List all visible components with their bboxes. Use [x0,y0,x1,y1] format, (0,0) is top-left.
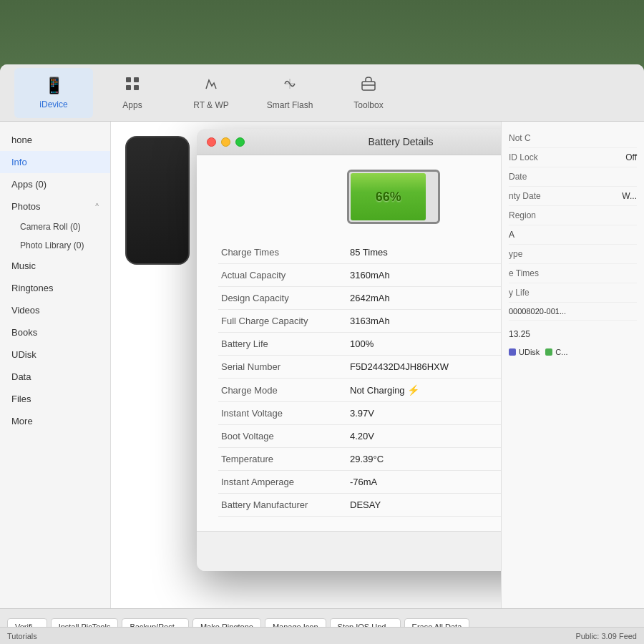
tab-toolbox-label: Toolbox [353,100,383,110]
toolbox-icon [361,76,376,96]
right-panel-row: nty Date W... [509,187,637,206]
sidebar-item-videos[interactable]: Videos [0,299,110,321]
sidebar-item-more[interactable]: More [0,410,110,432]
tab-idevice[interactable]: 📱 iDevice [14,68,93,118]
sidebar-item-info[interactable]: Info [0,151,110,173]
right-panel-row: ype [509,245,637,264]
sidebar-item-photos[interactable]: Photos ^ [0,195,110,218]
svg-rect-3 [134,85,139,90]
legend-udisk: UDisk [509,348,540,356]
photos-chevron: ^ [95,203,99,210]
table-row: Actual Capacity 3160mAh [218,264,501,287]
dialog-maximize-button[interactable] [235,137,245,147]
tab-smartflash-label: Smart Flash [267,100,313,110]
tab-toolbox[interactable]: Toolbox [329,68,408,118]
right-panel-row: Date [509,167,637,187]
content-area: hone Info Apps (0) Photos ^ Camera Roll … [0,122,644,608]
sidebar-item-photo-library[interactable]: Photo Library (0) [0,236,110,255]
charge-icon: ⚡ [407,384,419,396]
idevice-icon: 📱 [44,77,64,95]
dialog-footer: OK [197,531,501,571]
storage-value: 13.25 [509,329,637,339]
svg-rect-4 [362,82,375,90]
svg-rect-2 [126,85,131,90]
sidebar-item-books[interactable]: Books [0,321,110,343]
sidebar: hone Info Apps (0) Photos ^ Camera Roll … [0,122,111,608]
sidebar-item-camera-roll[interactable]: Camera Roll (0) [0,218,110,236]
dialog-body: 66% Charge Times 85 Ti [197,155,501,531]
dialog-controls [207,137,245,147]
svg-rect-1 [134,77,139,82]
battery-graphic: 66% [347,170,454,227]
tab-apps-label: Apps [122,100,142,110]
right-panel-row: Not C [509,129,637,148]
tab-idevice-label: iDevice [39,99,67,109]
svg-rect-0 [126,77,131,82]
table-row: Battery Manufacturer DESAY [218,494,501,517]
table-row: Instant Voltage 3.97V [218,402,501,425]
table-row: Boot Voltage 4.20V [218,425,501,448]
legend-c: C... [545,348,567,356]
table-row: Charge Mode Not Charging ⚡ [218,379,501,402]
tab-rtwp-label: RT & WP [193,100,229,110]
right-panel: Not C ID Lock Off Date nty Date W... Reg… [501,122,644,608]
status-left: Tutorials [7,632,37,640]
right-panel-row: y Life [509,283,637,303]
sidebar-item-ringtones[interactable]: Ringtones [0,277,110,299]
right-panel-row: Region [509,206,637,225]
status-right: Public: 3.09 Feed [575,632,637,640]
storage-legend: UDisk C... [509,342,637,356]
table-row: Serial Number F5D24432D4JH86HXW [218,356,501,379]
detail-table: Charge Times 85 Times Actual Capacity 31… [218,241,501,517]
main-window: 📱 iDevice Apps RT & WP [0,64,644,644]
dialog-minimize-button[interactable] [221,137,230,147]
table-row: Temperature 29.39°C [218,448,501,471]
apps-icon [125,76,140,96]
battery-percentage: 66% [376,190,401,205]
right-panel-row: e Times [509,264,637,283]
table-row: Design Capacity 2642mAh [218,287,501,310]
status-footer: Tutorials Public: 3.09 Feed [0,627,644,644]
sidebar-item-music[interactable]: Music [0,255,110,277]
toolbar: 📱 iDevice Apps RT & WP [0,64,644,122]
right-panel-row: A [509,225,637,245]
battery-body: 66% [347,170,440,224]
dialog-close-button[interactable] [207,137,216,147]
battery-fill: 66% [351,173,426,220]
tab-rtwp[interactable]: RT & WP [172,68,250,118]
table-row: Instant Amperage -76mA [218,471,501,494]
sidebar-item-files[interactable]: Files [0,388,110,410]
dialog-title: Battery Details [368,136,433,147]
dialog-overlay: Battery Details 66% [111,122,501,608]
sidebar-item-data[interactable]: Data [0,366,110,388]
sidebar-item-apps[interactable]: Apps (0) [0,173,110,195]
right-panel-row: ID Lock Off [509,148,637,167]
tab-smartflash[interactable]: Smart Flash [250,68,329,118]
rtwp-icon [203,76,219,96]
smartflash-icon [282,76,298,96]
legend-udisk-color [509,348,516,356]
battery-container: 66% [218,170,501,227]
table-row: Charge Times 85 Times [218,241,501,264]
sidebar-item-hone[interactable]: hone [0,129,110,151]
tab-apps[interactable]: Apps [93,68,172,118]
legend-c-color [545,348,552,356]
battery-details-dialog: Battery Details 66% [197,129,501,571]
table-row: Battery Life 100% [218,333,501,356]
table-row: Full Charge Capacity 3163mAh [218,310,501,333]
dialog-titlebar: Battery Details [197,129,501,155]
right-panel-row: 00008020-001... [509,303,637,321]
main-panel: Battery Details 66% [111,122,501,608]
sidebar-item-udisk[interactable]: UDisk [0,343,110,366]
battery-terminal [438,186,440,208]
